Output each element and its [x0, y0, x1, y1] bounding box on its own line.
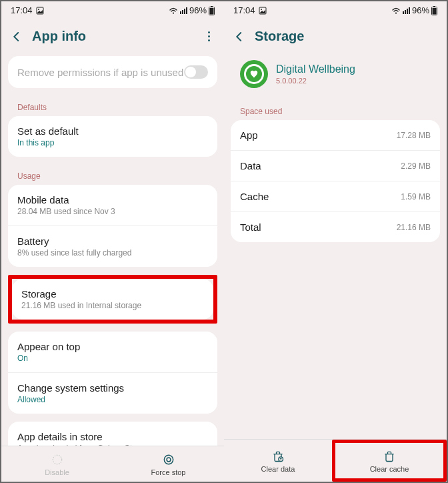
appear-on-top-row[interactable]: Appear on top On [8, 332, 217, 373]
clear-cache-label: Clear cache [370, 465, 409, 473]
photo-icon [36, 7, 44, 15]
change-settings-sub: Allowed [17, 395, 208, 404]
set-default-row[interactable]: Set as default In this app [8, 116, 217, 157]
svg-point-11 [395, 13, 397, 14]
storage-total-row: Total 21.16 MB [231, 212, 440, 242]
svg-point-1 [38, 9, 39, 10]
svg-point-2 [173, 13, 174, 14]
storage-total-label: Total [240, 221, 261, 233]
app-details-row[interactable]: App details in store App downloaded from… [8, 422, 217, 446]
section-usage: Usage [8, 165, 217, 185]
appear-on-top-label: Appear on top [17, 341, 208, 352]
storage-app-row: App 17.28 MB [231, 120, 440, 151]
change-settings-label: Change system settings [17, 382, 208, 394]
storage-cache-value: 1.59 MB [401, 192, 431, 201]
bottom-bar: Disable Force stop [1, 446, 224, 482]
screen-app-info: 17:04 96% App info Remove permissions if… [1, 1, 224, 482]
stop-icon [162, 453, 175, 466]
remove-permissions-row[interactable]: Remove permissions if app is unused [8, 56, 217, 88]
highlight-storage: Storage 21.16 MB used in Internal storag… [8, 275, 217, 324]
page-title: Storage [255, 29, 437, 44]
appear-on-top-sub: On [17, 354, 208, 363]
bottom-bar: Clear data Clear cache [224, 439, 447, 482]
svg-rect-5 [210, 8, 214, 15]
mobile-data-row[interactable]: Mobile data 28.04 MB used since Nov 3 [8, 185, 217, 226]
heart-icon [249, 69, 259, 79]
storage-data-label: Data [240, 160, 261, 171]
more-icon[interactable] [203, 31, 215, 43]
status-bar: 17:04 96% [224, 1, 447, 19]
trash-icon [271, 450, 285, 463]
status-time: 17:04 [233, 5, 255, 15]
battery-percent: 96% [189, 5, 207, 15]
storage-cache-row: Cache 1.59 MB [231, 181, 440, 212]
clear-data-button[interactable]: Clear data [224, 440, 332, 482]
space-used-card: App 17.28 MB Data 2.29 MB Cache 1.59 MB … [231, 120, 440, 242]
force-stop-label: Force stop [151, 468, 186, 476]
app-name: Digital Wellbeing [276, 63, 355, 75]
content-scroll[interactable]: Digital Wellbeing 5.0.00.22 Space used A… [224, 56, 447, 439]
svg-point-7 [164, 455, 173, 464]
app-icon [240, 60, 268, 88]
force-stop-button[interactable]: Force stop [113, 446, 224, 482]
battery-sub: 8% used since last fully charged [17, 248, 208, 258]
app-version: 5.0.00.22 [276, 77, 355, 85]
storage-data-value: 2.29 MB [401, 161, 431, 171]
wifi-icon [391, 7, 401, 14]
disable-icon [51, 453, 64, 466]
remove-permissions-label: Remove permissions if app is unused [17, 67, 183, 78]
storage-app-label: App [240, 129, 258, 141]
signal-icon [403, 7, 410, 14]
remove-permissions-toggle[interactable] [184, 65, 208, 79]
battery-percent: 96% [412, 5, 429, 15]
storage-cache-label: Cache [240, 191, 269, 202]
set-default-sub: In this app [17, 138, 208, 147]
header: App info [1, 19, 224, 56]
battery-label: Battery [17, 235, 208, 247]
svg-point-8 [167, 458, 171, 462]
battery-icon [431, 6, 437, 15]
disable-button[interactable]: Disable [1, 446, 113, 482]
page-title: App info [32, 29, 193, 44]
svg-point-6 [53, 455, 61, 464]
content-scroll[interactable]: Remove permissions if app is unused Defa… [1, 56, 224, 446]
status-time: 17:04 [11, 5, 33, 15]
set-default-label: Set as default [17, 125, 208, 137]
storage-sub: 21.16 MB used in Internal storage [21, 301, 204, 310]
svg-rect-14 [433, 8, 437, 15]
status-bar: 17:04 96% [1, 1, 224, 19]
section-space-used: Space used [231, 100, 440, 120]
battery-row[interactable]: Battery 8% used since last fully charged [8, 226, 217, 267]
mobile-data-sub: 28.04 MB used since Nov 3 [17, 207, 208, 216]
screen-storage: 17:04 96% Storage Digital Wellbeing 5.0.… [224, 1, 447, 482]
section-defaults: Defaults [8, 96, 217, 116]
change-settings-row[interactable]: Change system settings Allowed [8, 373, 217, 414]
app-header: Digital Wellbeing 5.0.00.22 [231, 56, 440, 100]
clear-data-label: Clear data [261, 465, 295, 473]
highlight-clear-cache: Clear cache [332, 440, 447, 482]
storage-app-value: 17.28 MB [397, 131, 431, 140]
signal-icon [180, 7, 187, 14]
clear-cache-button[interactable]: Clear cache [335, 443, 443, 478]
header: Storage [224, 19, 447, 56]
back-icon[interactable] [233, 31, 245, 43]
storage-label: Storage [21, 288, 204, 300]
app-details-label: App details in store [17, 431, 208, 442]
mobile-data-label: Mobile data [17, 194, 208, 205]
trash-icon [383, 450, 396, 463]
battery-icon [209, 6, 215, 15]
storage-row[interactable]: Storage 21.16 MB used in Internal storag… [12, 279, 213, 320]
disable-label: Disable [45, 468, 69, 476]
back-icon[interactable] [11, 31, 23, 43]
svg-point-10 [261, 9, 262, 10]
photo-icon [259, 7, 267, 15]
wifi-icon [169, 7, 178, 14]
storage-data-row: Data 2.29 MB [231, 151, 440, 181]
storage-total-value: 21.16 MB [397, 223, 431, 232]
